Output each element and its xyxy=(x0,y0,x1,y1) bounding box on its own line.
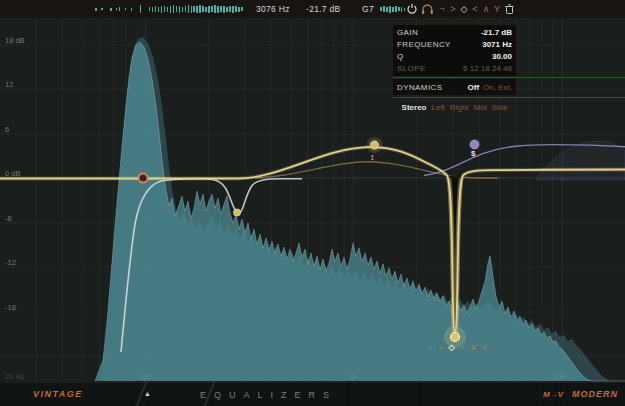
band-node-shelf[interactable] xyxy=(470,140,478,148)
eq-graph xyxy=(0,0,625,406)
db-axis-label: 12 xyxy=(5,80,13,89)
note-readout: G7 xyxy=(362,0,374,18)
q-label: Q xyxy=(397,52,404,61)
panel-divider-top xyxy=(393,77,625,78)
top-toolbar: 3076 Hz -21.7 dB G7 ¬ > ◇ < ∧ Y xyxy=(0,0,625,18)
bottom-toolbar: VINTAGE ▲ EQUALIZERS M→V MODERN xyxy=(0,382,625,406)
purple-hump xyxy=(536,141,625,180)
db-axis-label: 0 dB xyxy=(5,169,20,178)
meter-bar xyxy=(164,6,166,12)
meter-bar xyxy=(380,7,382,11)
dynamics-label: DYNAMICS xyxy=(397,83,442,92)
filter-type-high-pass-icon[interactable]: > xyxy=(448,0,458,18)
meter-bar xyxy=(208,6,210,13)
filter-type-low-pass-icon[interactable]: < xyxy=(470,0,480,18)
stereo-option-selected[interactable]: Stereo xyxy=(402,103,427,112)
meter-bar xyxy=(131,8,133,11)
level-meter xyxy=(380,0,407,18)
band-high-pass-icon[interactable]: > xyxy=(435,343,446,352)
q-row: Q 30.00 xyxy=(393,50,516,62)
meter-bar xyxy=(392,7,394,12)
meter-bar xyxy=(205,7,207,12)
stereo-option-side[interactable]: Side xyxy=(491,103,507,112)
meter-bar xyxy=(182,7,184,12)
freq-axis-label: 20 Hz xyxy=(5,372,25,381)
meter-bar xyxy=(238,7,240,12)
meter-bar xyxy=(214,5,216,13)
band-node-dip[interactable] xyxy=(233,209,240,216)
meter-bar xyxy=(176,6,178,12)
gain-value[interactable]: -21.7 dB xyxy=(481,28,512,37)
band-peak-icon[interactable]: ∧ xyxy=(468,343,479,352)
meter-bar xyxy=(223,6,225,13)
stereo-option-left[interactable]: Left xyxy=(431,103,444,112)
meter-bar xyxy=(235,6,237,12)
panel-divider-bottom xyxy=(393,97,625,98)
meter-bar xyxy=(173,5,175,13)
meter-bar xyxy=(389,6,391,13)
frequency-readout: 3076 Hz xyxy=(256,0,290,18)
meter-bar xyxy=(401,7,403,12)
band-node-lowcut[interactable] xyxy=(139,174,148,183)
node-solo-icon[interactable]: $ xyxy=(471,149,475,158)
dynamics-row: DYNAMICS Off On, Ext. xyxy=(393,79,516,95)
db-axis-label: 6 xyxy=(5,125,9,134)
meter-bar xyxy=(95,8,97,11)
vintage-mode-button[interactable]: VINTAGE xyxy=(33,389,83,399)
meter-bar xyxy=(167,7,169,12)
stereo-option-mid[interactable]: Mid xyxy=(474,103,487,112)
meter-bar xyxy=(226,7,228,12)
meter-bar xyxy=(395,6,397,12)
meter-bar xyxy=(199,5,201,13)
band-filter-type-toolbar: ¬ > ◇ < ∧ Y xyxy=(424,343,490,352)
frequency-value[interactable]: 3071 Hz xyxy=(482,40,512,49)
meter-bar xyxy=(101,8,103,10)
db-axis-label: 18 dB xyxy=(5,36,25,45)
headphones-icon[interactable] xyxy=(421,3,434,15)
meter-bar xyxy=(217,6,219,13)
meter-bar xyxy=(202,6,204,12)
meter-bar xyxy=(398,7,400,11)
meter-bar xyxy=(149,7,151,11)
filter-type-shelf-rise-icon[interactable]: ¬ xyxy=(437,0,447,18)
band-shelf-rise-icon[interactable]: ¬ xyxy=(424,343,435,352)
meter-bar xyxy=(179,6,181,13)
meter-bar xyxy=(110,8,112,11)
meter-bar xyxy=(241,7,243,11)
node-drag-arrow-icon[interactable]: ↕ xyxy=(370,152,375,162)
mid-to-vintage-toggle[interactable]: M→V xyxy=(543,390,563,399)
power-icon[interactable] xyxy=(406,3,418,15)
modern-mode-button[interactable]: MODERN xyxy=(572,389,618,399)
meter-bar xyxy=(386,7,388,12)
gain-readout: -21.7 dB xyxy=(306,0,341,18)
freq-axis-label: 1k xyxy=(349,372,357,381)
band-bell-icon[interactable]: ◇ xyxy=(446,343,457,352)
filter-type-bell-icon[interactable]: ◇ xyxy=(459,0,469,18)
band-node-bell[interactable] xyxy=(370,141,378,149)
trash-icon[interactable] xyxy=(504,3,515,15)
filter-type-tilt-icon[interactable]: Y xyxy=(492,0,502,18)
dynamics-on-ext-options[interactable]: On, Ext. xyxy=(483,83,512,92)
meter-bar xyxy=(116,8,118,10)
slope-options[interactable]: 6 12 18 24 48 xyxy=(463,64,512,73)
filter-type-peak-icon[interactable]: ∧ xyxy=(481,0,491,18)
meter-bar xyxy=(196,6,198,13)
meter-bar xyxy=(383,6,385,12)
db-axis-label: -6 xyxy=(5,214,12,223)
band-low-pass-icon[interactable]: < xyxy=(457,343,468,352)
meter-bar xyxy=(211,6,213,12)
meter-bar xyxy=(140,5,142,13)
meter-bar xyxy=(185,6,187,12)
band-parameter-panel: GAIN -21.7 dB FREQUENCY 3071 Hz Q 30.00 … xyxy=(393,25,516,76)
dynamics-off-option[interactable]: Off xyxy=(468,83,480,92)
spectrum-meter xyxy=(95,0,244,18)
db-axis-label: -12 xyxy=(5,258,16,267)
meter-bar xyxy=(220,6,222,12)
meter-bar xyxy=(161,6,163,13)
gain-label: GAIN xyxy=(397,28,418,37)
stereo-option-right[interactable]: Right xyxy=(450,103,469,112)
q-value[interactable]: 30.00 xyxy=(492,52,512,61)
band-node-notch-selected[interactable] xyxy=(451,333,460,342)
band-tilt-icon[interactable]: Y xyxy=(479,343,490,352)
vintage-dropdown-arrow-icon[interactable]: ▲ xyxy=(144,390,151,397)
